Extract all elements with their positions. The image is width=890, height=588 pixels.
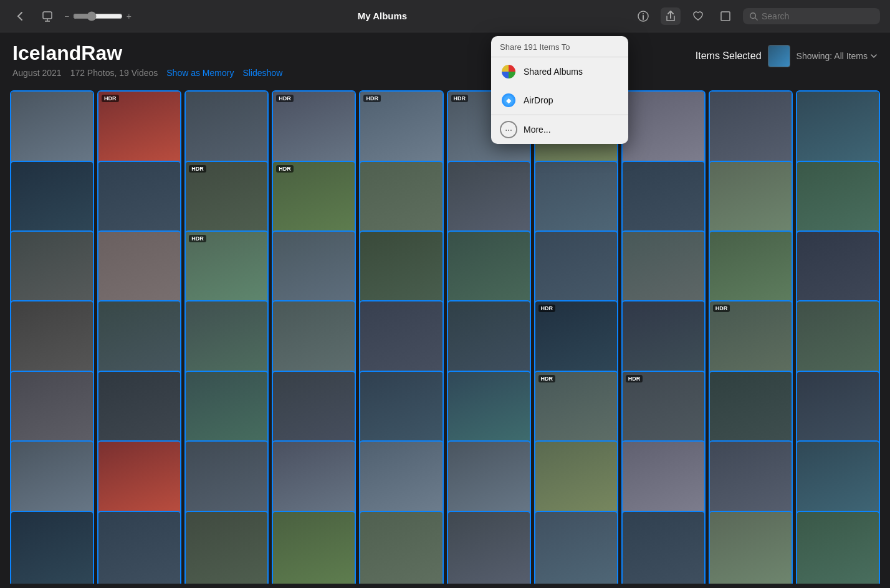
album-title: IcelandRaw: [12, 42, 282, 64]
search-box[interactable]: [743, 8, 880, 24]
photo-cell[interactable]: [709, 511, 793, 584]
more-label: More...: [524, 125, 551, 135]
airdrop-icon: ◆: [500, 92, 517, 109]
share-button[interactable]: [661, 7, 681, 25]
svg-rect-6: [721, 12, 730, 21]
present-icon: [41, 10, 54, 22]
photo-cell[interactable]: [10, 511, 94, 584]
shared-albums-icon: [500, 63, 517, 80]
crop-button[interactable]: [715, 7, 735, 25]
zoom-min-icon: –: [65, 12, 69, 21]
hdr-badge: HDR: [276, 165, 294, 173]
toolbar-left: – +: [10, 7, 132, 25]
hdr-badge: HDR: [189, 235, 206, 242]
svg-line-8: [755, 17, 758, 20]
shared-albums-item[interactable]: Shared Albums: [491, 57, 628, 86]
photo-cell[interactable]: [272, 511, 356, 584]
toolbar: – + My Albums: [0, 0, 890, 32]
airdrop-label: AirDrop: [524, 95, 553, 105]
chevron-left-icon: [14, 10, 26, 22]
toolbar-right: [633, 7, 880, 25]
hdr-badge: HDR: [102, 95, 119, 102]
photo-cell[interactable]: [97, 511, 181, 584]
present-button[interactable]: [37, 7, 57, 25]
hdr-badge: HDR: [451, 95, 469, 102]
more-icon: ···: [500, 121, 517, 138]
toolbar-title: My Albums: [132, 11, 633, 21]
photo-cell[interactable]: [534, 511, 618, 584]
hdr-badge: HDR: [626, 375, 643, 382]
svg-point-5: [643, 13, 644, 14]
selected-thumbnail: [768, 45, 790, 67]
album-meta: August 2021 172 Photos, 19 Videos Show a…: [12, 68, 282, 78]
hdr-badge: HDR: [538, 305, 556, 312]
hdr-badge: HDR: [189, 165, 206, 173]
info-button[interactable]: [633, 7, 653, 25]
photo-cell[interactable]: [184, 511, 269, 584]
zoom-max-icon: +: [127, 11, 132, 21]
svg-rect-0: [43, 12, 52, 19]
crop-icon: [719, 10, 732, 22]
share-dropdown: Share 191 Items To Shared Albums ◆ AirDr…: [491, 36, 628, 144]
more-item[interactable]: ··· More...: [491, 115, 628, 144]
album-header: IcelandRaw August 2021 172 Photos, 19 Vi…: [0, 32, 890, 84]
heart-icon: [692, 10, 704, 22]
chevron-down-icon: [870, 52, 878, 60]
photo-grid: HDRHDRHDRHDRHDRHDRHDRHDRHDRHDRHDR0:23: [0, 84, 890, 584]
zoom-slider[interactable]: [73, 11, 123, 21]
hdr-badge: HDR: [538, 375, 556, 382]
airdrop-item[interactable]: ◆ AirDrop: [491, 86, 628, 115]
photo-cell[interactable]: [447, 511, 531, 584]
showing-label: Showing: All Items: [797, 51, 868, 61]
share-icon: [664, 10, 677, 22]
share-dropdown-header: Share 191 Items To: [491, 36, 628, 57]
show-as-memory-link[interactable]: Show as Memory: [166, 68, 234, 78]
hdr-badge: HDR: [713, 305, 730, 312]
search-input[interactable]: [762, 11, 874, 21]
photo-cell[interactable]: [796, 511, 880, 584]
showing-dropdown[interactable]: Showing: All Items: [797, 51, 878, 61]
album-stats: 172 Photos, 19 Videos: [70, 68, 158, 78]
photo-cell[interactable]: [621, 511, 706, 584]
hdr-badge: HDR: [363, 95, 381, 102]
shared-albums-label: Shared Albums: [524, 67, 583, 77]
info-icon: [637, 10, 649, 22]
search-icon: [749, 12, 758, 21]
zoom-slider-area: – +: [65, 11, 132, 21]
favorite-button[interactable]: [688, 7, 708, 25]
album-date: August 2021: [12, 68, 62, 78]
hdr-badge: HDR: [276, 95, 294, 102]
back-button[interactable]: [10, 7, 30, 25]
items-selected-label: Items Selected: [696, 50, 762, 62]
slideshow-link[interactable]: Slideshow: [242, 68, 282, 78]
photo-cell[interactable]: [359, 511, 443, 584]
